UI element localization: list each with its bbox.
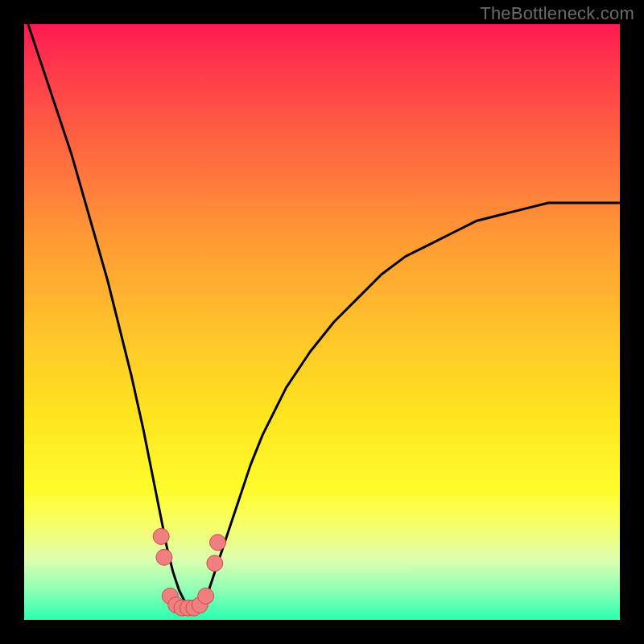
curve-marker (198, 588, 214, 604)
bottleneck-curve (24, 12, 620, 608)
curve-marker (210, 535, 226, 551)
plot-area (24, 24, 620, 620)
chart-svg (24, 24, 620, 620)
curve-marker (153, 528, 169, 544)
curve-marker (207, 555, 223, 572)
watermark-text: TheBottleneck.com (480, 3, 634, 24)
curve-marker (156, 549, 172, 565)
page-frame: TheBottleneck.com (0, 0, 644, 644)
